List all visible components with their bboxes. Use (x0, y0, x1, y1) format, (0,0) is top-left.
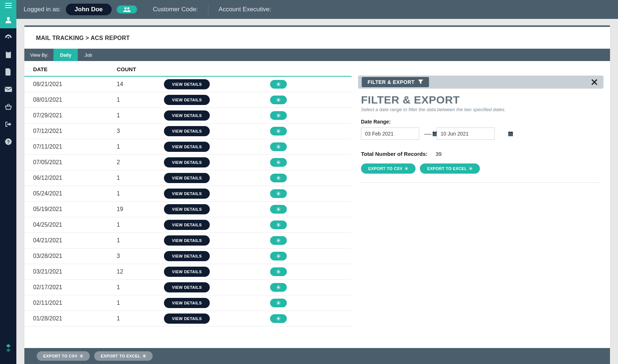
sidebar-item-dashboard[interactable] (0, 28, 16, 46)
footer-export-csv-label: EXPORT TO CSV (43, 354, 77, 358)
view-details-button[interactable]: VIEW DETAILS (164, 173, 210, 183)
download-icon (276, 270, 281, 274)
brand-logo (0, 339, 16, 357)
sidebar-item-user[interactable] (0, 11, 16, 28)
download-row-button[interactable] (270, 267, 287, 276)
sidebar-item-mail[interactable] (0, 81, 16, 98)
view-details-button[interactable]: VIEW DETAILS (164, 267, 210, 277)
download-row-button[interactable] (270, 142, 287, 151)
download-row-button[interactable] (270, 80, 287, 89)
date-from-input[interactable] (361, 128, 419, 140)
view-details-button[interactable]: VIEW DETAILS (164, 282, 210, 292)
svg-rect-2 (6, 52, 11, 58)
sidebar-item-clipboard[interactable] (0, 46, 16, 63)
records-value: 39 (436, 151, 442, 157)
help-icon: ? (5, 138, 12, 145)
download-row-button[interactable] (270, 127, 287, 136)
export-excel-button[interactable]: EXPORT TO EXCEL (420, 163, 480, 174)
sidebar-item-document[interactable] (0, 63, 16, 81)
view-details-button[interactable]: VIEW DETAILS (164, 157, 210, 167)
download-icon (276, 98, 281, 102)
table-row: 04/21/20211VIEW DETAILS (24, 233, 352, 248)
cell-count: 1 (117, 143, 164, 150)
cell-count: 1 (117, 222, 164, 228)
download-row-button[interactable] (270, 221, 287, 229)
download-row-button[interactable] (270, 299, 287, 307)
table-row: 08/01/20211VIEW DETAILS (24, 92, 352, 108)
tab-job[interactable]: Job (78, 49, 99, 61)
svg-rect-31 (509, 131, 510, 132)
table-row: 07/11/20211VIEW DETAILS (24, 139, 352, 155)
table-row: 01/28/20211VIEW DETAILS (24, 311, 352, 327)
table-panel: DATE COUNT 08/21/202114VIEW DETAILS08/01… (24, 61, 352, 348)
viewby-label: View By: (30, 52, 48, 58)
view-details-button[interactable]: VIEW DETAILS (164, 220, 210, 230)
th-date: DATE (33, 66, 117, 72)
main: Logged in as: John Doe Customer Code: Ac… (16, 0, 618, 364)
download-row-button[interactable] (270, 96, 287, 104)
cell-date: 02/17/2021 (33, 284, 117, 291)
date-from-field[interactable] (361, 131, 432, 137)
download-row-button[interactable] (270, 205, 287, 214)
export-csv-button[interactable]: EXPORT TO CSV (361, 163, 416, 174)
users-icon (123, 7, 131, 12)
view-details-button[interactable]: VIEW DETAILS (164, 79, 210, 89)
tab-daily[interactable]: Daily (53, 49, 78, 61)
view-details-button[interactable]: VIEW DETAILS (164, 95, 210, 105)
breadcrumb-section: MAIL TRACKING (36, 35, 84, 41)
footer-export-csv-button[interactable]: EXPORT TO CSV (37, 351, 90, 361)
download-icon (276, 113, 281, 118)
download-row-button[interactable] (270, 111, 287, 120)
view-details-button[interactable]: VIEW DETAILS (164, 314, 210, 324)
breadcrumb-sep: > (85, 35, 91, 41)
breadcrumb: MAIL TRACKING > ACS REPORT (24, 27, 610, 49)
view-details-button[interactable]: VIEW DETAILS (164, 235, 210, 246)
cell-count: 1 (117, 112, 164, 119)
table-row: 07/12/20213VIEW DETAILS (24, 124, 352, 139)
sidebar-item-logout[interactable] (0, 116, 16, 133)
topbar-divider (208, 5, 208, 14)
sidebar-item-help[interactable]: ? (0, 133, 16, 150)
records-label: Total Number of Records: (361, 151, 428, 157)
download-icon (276, 145, 281, 149)
download-row-button[interactable] (270, 158, 287, 167)
date-to-input[interactable] (437, 128, 495, 140)
close-filter-button[interactable] (591, 79, 600, 85)
cell-date: 07/05/2021 (33, 159, 117, 166)
logged-in-label: Logged in as: (24, 6, 61, 13)
switch-user-button[interactable] (117, 5, 137, 13)
view-details-button[interactable]: VIEW DETAILS (164, 189, 210, 199)
user-name-pill[interactable]: John Doe (66, 4, 111, 15)
view-details-button[interactable]: VIEW DETAILS (164, 126, 210, 136)
cell-count: 1 (117, 175, 164, 181)
view-details-button[interactable]: VIEW DETAILS (164, 110, 210, 121)
table-row: 08/21/202114VIEW DETAILS (24, 77, 352, 92)
envelope-icon (5, 87, 12, 92)
sidebar-item-basket[interactable] (0, 98, 16, 116)
cell-date: 08/01/2021 (33, 97, 117, 103)
svg-rect-32 (511, 131, 512, 132)
svg-point-1 (8, 37, 9, 39)
download-row-button[interactable] (270, 174, 287, 182)
download-row-button[interactable] (270, 314, 287, 323)
download-row-button[interactable] (270, 189, 287, 198)
calendar-icon[interactable] (508, 131, 513, 137)
download-row-button[interactable] (270, 283, 287, 292)
cell-count: 2 (117, 159, 164, 166)
date-range-separator: — (424, 130, 432, 138)
view-details-button[interactable]: VIEW DETAILS (164, 251, 210, 261)
filter-chip[interactable]: FILTER & EXPORT (362, 77, 429, 87)
footer-export-excel-button[interactable]: EXPORT TO EXCEL (94, 351, 153, 361)
cell-count: 1 (117, 315, 164, 322)
download-row-button[interactable] (270, 236, 287, 245)
view-details-button[interactable]: VIEW DETAILS (164, 142, 210, 152)
download-icon (276, 176, 281, 180)
view-details-button[interactable]: VIEW DETAILS (164, 204, 210, 214)
download-icon (469, 167, 473, 170)
menu-toggle-button[interactable] (0, 0, 16, 11)
cell-count: 1 (117, 300, 164, 306)
view-details-button[interactable]: VIEW DETAILS (164, 298, 210, 308)
date-to-field[interactable] (437, 131, 508, 137)
export-excel-label: EXPORT TO EXCEL (427, 166, 467, 171)
download-row-button[interactable] (270, 252, 287, 260)
